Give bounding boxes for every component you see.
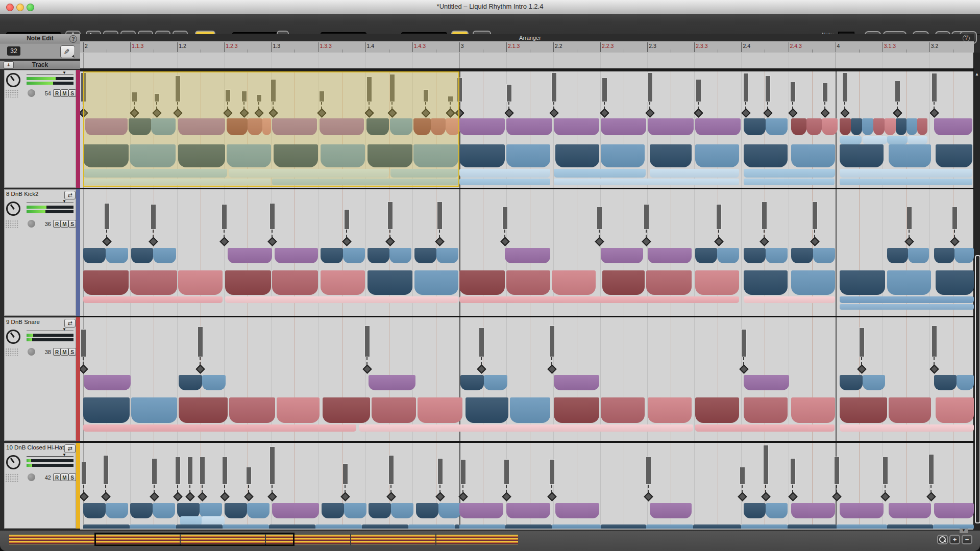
velocity-bar[interactable] (741, 329, 747, 357)
note-block[interactable] (744, 270, 788, 295)
note-block[interactable] (840, 179, 972, 185)
velocity-bar[interactable] (222, 457, 228, 485)
preview-sound-button[interactable] (28, 473, 35, 481)
note-block[interactable] (788, 524, 837, 529)
beat-diamond[interactable] (102, 237, 111, 246)
velocity-bar[interactable] (644, 204, 649, 230)
beat-diamond[interactable] (840, 108, 849, 117)
note-block[interactable] (695, 118, 741, 135)
velocity-bar[interactable] (549, 325, 555, 357)
note-block[interactable] (840, 144, 884, 167)
note-block[interactable] (272, 179, 458, 185)
note-length-value[interactable]: 32 (7, 46, 20, 56)
beat-diamond[interactable] (80, 364, 88, 373)
note-block[interactable] (506, 270, 550, 295)
note-block[interactable] (153, 503, 175, 518)
velocity-bar[interactable] (81, 72, 86, 102)
volume-knob[interactable] (6, 202, 20, 216)
note-block[interactable] (84, 375, 131, 390)
velocity-bar[interactable] (790, 458, 796, 485)
volume-knob[interactable] (6, 330, 20, 344)
note-block[interactable] (791, 270, 835, 295)
velocity-bar[interactable] (364, 325, 370, 357)
note-block[interactable] (438, 503, 461, 518)
pan-marker-icon[interactable]: ▼ (62, 199, 66, 204)
note-block[interactable] (646, 524, 693, 529)
note-block[interactable] (83, 270, 129, 295)
overview-view-rect[interactable] (94, 533, 295, 546)
track-row-1[interactable]: ▼54RMS (0, 70, 80, 188)
beat-diamond[interactable] (385, 237, 395, 246)
note-block[interactable] (129, 118, 151, 135)
velocity-bar[interactable] (696, 79, 701, 102)
beat-diamond[interactable] (446, 108, 455, 117)
note-block[interactable] (418, 397, 462, 423)
add-track-button[interactable]: + (4, 61, 14, 69)
velocity-bar[interactable] (952, 207, 958, 230)
zoom-in-button[interactable]: + (949, 535, 960, 544)
beat-diamond[interactable] (761, 492, 770, 501)
beat-diamond[interactable] (195, 364, 205, 373)
note-block[interactable] (83, 503, 106, 518)
velocity-bar[interactable] (319, 91, 325, 102)
velocity-bar[interactable] (932, 325, 937, 357)
note-block[interactable] (646, 270, 692, 295)
note-block[interactable] (368, 248, 389, 263)
velocity-bar[interactable] (423, 89, 429, 102)
note-block[interactable] (744, 296, 835, 303)
beat-diamond[interactable] (477, 364, 486, 373)
note-block[interactable] (366, 118, 389, 135)
note-block[interactable] (744, 397, 788, 423)
pan-slider[interactable] (27, 331, 74, 331)
note-block[interactable] (554, 375, 599, 390)
note-block[interactable] (248, 118, 262, 135)
velocity-bar[interactable] (602, 78, 607, 102)
texture-handle-icon[interactable] (5, 348, 18, 356)
note-block[interactable] (650, 169, 739, 178)
note-block[interactable] (83, 144, 129, 167)
beat-diamond[interactable] (198, 492, 207, 501)
texture-handle-icon[interactable] (5, 89, 18, 97)
note-block[interactable] (130, 503, 153, 518)
note-block[interactable] (813, 248, 835, 263)
velocity-bar[interactable] (198, 327, 203, 357)
velocity-bar[interactable] (834, 457, 840, 485)
vertical-scrollbar[interactable]: ▲ (973, 53, 980, 530)
note-block[interactable] (506, 144, 550, 167)
arranger-help-icon[interactable]: ? (963, 35, 970, 42)
note-block[interactable] (176, 524, 223, 529)
beat-diamond[interactable] (267, 492, 277, 501)
note-block[interactable] (601, 248, 643, 263)
beat-diamond[interactable] (220, 492, 229, 501)
texture-handle-icon[interactable] (5, 473, 18, 482)
note-block[interactable] (272, 503, 319, 518)
note-block[interactable] (343, 248, 365, 263)
note-block[interactable] (321, 270, 365, 295)
note-block[interactable] (648, 118, 694, 135)
solo-button[interactable]: S (68, 220, 76, 228)
note-block[interactable] (822, 118, 838, 135)
note-block[interactable] (648, 397, 692, 423)
note-block[interactable] (277, 397, 320, 423)
note-block[interactable] (695, 248, 717, 263)
note-block[interactable] (791, 118, 806, 135)
zoom-tool-button[interactable] (937, 535, 948, 544)
velocity-bar[interactable] (812, 202, 818, 230)
note-block[interactable] (413, 144, 458, 167)
beat-diamond[interactable] (600, 108, 609, 117)
note-block[interactable] (837, 524, 887, 529)
note-block[interactable] (601, 524, 646, 529)
note-block[interactable] (840, 169, 972, 178)
velocity-bar[interactable] (822, 83, 828, 102)
note-block[interactable] (695, 144, 739, 167)
note-block[interactable] (459, 270, 505, 295)
beat-diamond[interactable] (342, 237, 351, 246)
velocity-bar[interactable] (460, 459, 466, 485)
velocity-bar[interactable] (246, 467, 252, 485)
preview-sound-button[interactable] (28, 89, 35, 97)
scroll-up-icon[interactable]: ▲ (974, 72, 979, 77)
velocity-bar[interactable] (81, 462, 87, 485)
velocity-bar[interactable] (506, 84, 512, 102)
note-block[interactable] (934, 503, 974, 518)
note-block[interactable] (744, 179, 835, 185)
